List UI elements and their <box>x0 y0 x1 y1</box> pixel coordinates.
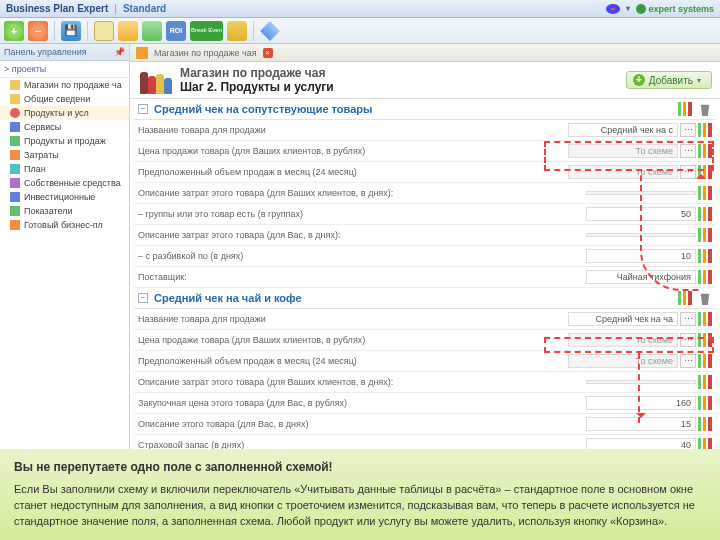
sidebar-item-icon <box>10 206 20 216</box>
sidebar-item-label: Затраты <box>24 150 59 160</box>
sidebar-item-icon <box>10 192 20 202</box>
chart-button[interactable] <box>142 21 162 41</box>
puzzle-button[interactable] <box>227 21 247 41</box>
mini-chart-icon[interactable] <box>698 186 712 200</box>
sidebar: Панель управления📌 > проекты Магазин по … <box>0 44 130 464</box>
field-value[interactable]: Средний чек на ча <box>568 312 678 326</box>
delete-button[interactable]: − <box>28 21 48 41</box>
sidebar-item-label: Собственные средства <box>24 178 121 188</box>
sidebar-item[interactable]: Инвестиционные <box>0 190 129 204</box>
calc-button[interactable] <box>94 21 114 41</box>
collapse-icon[interactable]: − <box>138 293 148 303</box>
section-title: Средний чек на сопутствующие товары <box>154 103 672 115</box>
main-area: Магазин по продаже чая × Магазин по прод… <box>130 44 720 464</box>
sidebar-item[interactable]: Сервисы <box>0 120 129 134</box>
add-button[interactable]: + <box>4 21 24 41</box>
field-value[interactable]: Средний чек на с <box>568 123 678 137</box>
titlebar: Business Plan Expert | Standard ▾ expert… <box>0 0 720 18</box>
trash-icon[interactable] <box>698 102 712 116</box>
mini-chart-icon[interactable] <box>698 396 712 410</box>
sidebar-item[interactable]: Собственные средства <box>0 176 129 190</box>
toolbar-sep <box>54 21 55 41</box>
trash-icon[interactable] <box>698 291 712 305</box>
form-row: Описание затрат этого товара (для Ваших … <box>134 183 716 204</box>
sidebar-item[interactable]: Готовый бизнес-пл <box>0 218 129 232</box>
funnel-button[interactable] <box>118 21 138 41</box>
sidebar-item-label: Инвестиционные <box>24 192 95 202</box>
mini-chart-icon[interactable] <box>698 228 712 242</box>
sidebar-projects[interactable]: > проекты <box>0 61 129 78</box>
mini-chart-icon[interactable] <box>698 312 712 326</box>
dots-button[interactable]: ⋯ <box>680 123 696 137</box>
dots-button[interactable]: ⋯ <box>680 144 696 158</box>
mini-chart-icon[interactable] <box>698 375 712 389</box>
save-button[interactable]: 💾 <box>61 21 81 41</box>
title-sep: | <box>114 3 117 14</box>
mini-chart-icon[interactable] <box>698 123 712 137</box>
form-row: – с разбивкой по (в днях)10 <box>134 246 716 267</box>
page-header: Магазин по продаже чая Шаг 2. Продукты и… <box>130 62 720 99</box>
breadcrumb: Магазин по продаже чая × <box>130 44 720 62</box>
sidebar-item[interactable]: Затраты <box>0 148 129 162</box>
roi-button[interactable]: ROI <box>166 21 186 41</box>
sidebar-item-label: Общие сведени <box>24 94 90 104</box>
field-label: Описание затрат этого товара (для Ваших … <box>138 188 586 198</box>
tip-title: Вы не перепутаете одно поле с заполненно… <box>14 459 706 476</box>
field-value[interactable]: То схеме <box>568 354 678 368</box>
main-toolbar: + − 💾 ROI Break Even <box>0 18 720 44</box>
breadcrumb-text[interactable]: Магазин по продаже чая <box>154 48 257 58</box>
mini-chart-icon[interactable] <box>698 417 712 431</box>
diamond-button[interactable] <box>260 21 280 41</box>
dots-button[interactable]: ⋯ <box>680 312 696 326</box>
sidebar-root[interactable]: Магазин по продаже ча <box>0 78 129 92</box>
form-row: Описание затрат этого товара (для Ваших … <box>134 372 716 393</box>
sidebar-item[interactable]: Продукты и усл <box>0 106 129 120</box>
bottles-icon <box>138 66 172 94</box>
chart-icon[interactable] <box>678 291 692 305</box>
form-row: Название товара для продажиСредний чек н… <box>134 309 716 330</box>
highlight-arrow-2 <box>638 353 640 423</box>
sidebar-item[interactable]: План <box>0 162 129 176</box>
mini-chart-icon[interactable] <box>698 333 712 347</box>
field-label: Описание затрат этого товара (для Вас, в… <box>138 230 586 240</box>
section-title: Средний чек на чай и кофе <box>154 292 672 304</box>
field-label: Цена продажи товара (для Ваших клиентов,… <box>138 335 568 345</box>
mini-chart-icon[interactable] <box>698 144 712 158</box>
form-row: Предположенный объем продаж в месяц (24 … <box>134 351 716 372</box>
mini-chart-icon[interactable] <box>698 354 712 368</box>
collapse-icon[interactable]: − <box>138 104 148 114</box>
language-icon[interactable] <box>606 4 620 14</box>
field-value[interactable]: 160 <box>586 396 696 410</box>
sidebar-item[interactable]: Продукты и продаж <box>0 134 129 148</box>
section-header: −Средний чек на сопутствующие товары <box>134 99 716 120</box>
add-product-button[interactable]: Добавить <box>626 71 712 89</box>
field-label: – группы или это товар есть (в группах) <box>138 209 586 219</box>
form-row: Закупочная цена этого товара (для Вас, в… <box>134 393 716 414</box>
field-value[interactable]: То схеме <box>568 333 678 347</box>
highlight-arrow-1 <box>640 171 700 291</box>
home-icon[interactable] <box>136 47 148 59</box>
dots-button[interactable]: ⋯ <box>680 354 696 368</box>
form-row: Цена продажи товара (для Ваших клиентов,… <box>134 141 716 162</box>
field-label: Название товара для продажи <box>138 125 568 135</box>
sidebar-item-icon <box>10 94 20 104</box>
sidebar-item-icon <box>10 178 20 188</box>
page-title: Магазин по продаже чая <box>180 66 334 80</box>
tip-panel: Вы не перепутаете одно поле с заполненно… <box>0 449 720 540</box>
sidebar-item-icon <box>10 108 20 118</box>
close-tab-icon[interactable]: × <box>263 48 273 58</box>
pin-icon[interactable]: 📌 <box>114 47 125 57</box>
field-value[interactable] <box>586 380 696 384</box>
mini-chart-icon[interactable] <box>698 207 712 221</box>
dots-button[interactable]: ⋯ <box>680 333 696 347</box>
app-mode: Standard <box>123 3 166 14</box>
chart-icon[interactable] <box>678 102 692 116</box>
field-value[interactable]: То схеме <box>568 144 678 158</box>
sidebar-item[interactable]: Показатели <box>0 204 129 218</box>
mini-chart-icon[interactable] <box>698 249 712 263</box>
mini-chart-icon[interactable] <box>698 270 712 284</box>
sidebar-item-label: Готовый бизнес-пл <box>24 220 103 230</box>
dropdown-icon[interactable]: ▾ <box>626 4 630 13</box>
sidebar-item[interactable]: Общие сведени <box>0 92 129 106</box>
breakeven-button[interactable]: Break Even <box>190 21 223 41</box>
